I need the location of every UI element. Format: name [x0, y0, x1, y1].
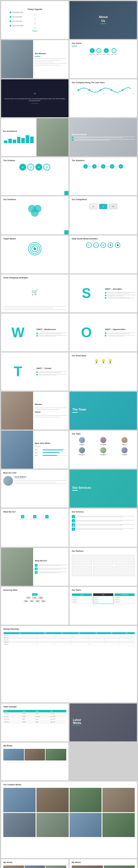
- row-line: [74, 136, 135, 137]
- row-line: [107, 292, 135, 293]
- slide-history: Our Company Along The Last Years 2010 20…: [70, 79, 137, 117]
- plan-basic-header: BASIC: [72, 593, 92, 596]
- cso-info: Sarah Williams Chief Strategy Officer: [14, 476, 66, 484]
- partner-logo-2: [93, 555, 113, 565]
- shopping-content: Smart Shopping Strategies 🛒: [1, 275, 68, 312]
- member-role-3: CTO: [114, 445, 135, 446]
- mv-photo: [1, 392, 33, 430]
- member-role-1: CEO: [72, 445, 92, 446]
- cell-date-2: Feb 2024: [50, 715, 66, 718]
- table-content: Table Example Name Value Status Date Ite…: [1, 704, 68, 741]
- service-line: [41, 519, 53, 519]
- partner-logo-5: [93, 566, 113, 576]
- slide-solutions2: Our Solutions: [1, 196, 68, 234]
- swot-o-content: SWOT – Opportunities: [103, 313, 137, 351]
- john-rows: Skill 1 Skill 2 Skill 3: [35, 449, 67, 457]
- my-works1-title: My Works: [3, 745, 66, 747]
- wk-task-5: Task Five: [4, 643, 36, 646]
- row-dot: [72, 137, 73, 138]
- swot-t-title: SWOT – Threats: [36, 367, 67, 369]
- row-line: [14, 480, 66, 481]
- swot-row: [36, 372, 67, 373]
- meet-john-title: Meet John White: [35, 442, 67, 444]
- wk-cell: ✓: [54, 643, 70, 646]
- problem-circles: 01 02 03 04: [3, 164, 66, 170]
- row-lines: [74, 136, 135, 138]
- cell-val-3: $890: [22, 718, 35, 720]
- ideas-icons: 💡 💡 💡: [72, 359, 135, 365]
- service-icon-2: ★: [33, 515, 36, 518]
- slide-what-we-do2: What We Do? ■ ■: [1, 548, 68, 586]
- slide-competitors: Our Competitors a! S B: [70, 196, 137, 234]
- quote-author: Conrad Hilton: [31, 102, 38, 104]
- circle-label-1: STEP ONE: [90, 54, 95, 55]
- wk-header-task: Task: [4, 632, 36, 634]
- social-icon-5: ◉: [115, 242, 120, 248]
- business-row: [72, 139, 135, 141]
- about-accent-bar: [100, 24, 106, 24]
- org-node-mgr4: Mgr: [41, 600, 46, 602]
- member-role-2: CFO: [93, 445, 113, 446]
- swot-t-letter: T: [1, 352, 35, 390]
- idea-2: 💡: [101, 359, 106, 365]
- text-line: [35, 63, 67, 64]
- wwd2-icon-1: ■: [35, 564, 38, 567]
- wk-cell: ✓: [105, 639, 119, 641]
- row-line: [39, 572, 61, 573]
- slide-latest-works: LatestWorks Our Portfolio: [70, 704, 137, 741]
- row-lines: [39, 335, 67, 337]
- row-line: [107, 293, 130, 293]
- wk-cell: ✓: [70, 641, 88, 643]
- logo-1: a!: [89, 204, 97, 209]
- wk-cell: [105, 634, 119, 637]
- row-line: [76, 520, 135, 521]
- table-title: Table Example: [3, 706, 66, 708]
- solutions-diagram: [3, 203, 66, 217]
- timeline-text-2: SECTION ONE: [12, 16, 22, 18]
- row-line: [76, 525, 123, 526]
- mission-content: Our Mission: [33, 40, 68, 78]
- plan-basic-item-3: Feature 3: [73, 601, 91, 603]
- latest-works-title: LatestWorks: [73, 718, 134, 724]
- idea-line: [108, 364, 113, 364]
- wk-cell: [36, 637, 54, 639]
- agenda-title: Today's Agenda: [27, 8, 42, 10]
- circle-3: 3: [104, 48, 109, 53]
- wwd2-content: What We Do? ■ ■: [33, 548, 68, 586]
- row-line: [3, 308, 54, 308]
- quote-text: "Success seems to be connected with acti…: [3, 98, 66, 102]
- svg-point-1: [89, 89, 90, 91]
- investment-split: Our Investment: [1, 118, 68, 156]
- solutions2-content: Our Solutions: [1, 196, 68, 234]
- vision-content: Our Vision 1 STEP ONE 2 STEP TWO 3 STEP …: [70, 40, 137, 78]
- john-content: Meet John White About Me Skill 1 Skill 2: [33, 431, 68, 469]
- logo-2: S: [99, 204, 107, 209]
- slide-swot-t: T SWOT – Threats: [1, 352, 68, 390]
- bar-chart: [3, 133, 35, 144]
- wk-cell: ✓: [70, 637, 88, 639]
- service-list-icon-4: ✦: [72, 527, 75, 531]
- row-lines: [107, 295, 135, 296]
- investment-photo: [36, 118, 68, 156]
- swot-w-content: SWOT – Weaknesses: [35, 313, 68, 351]
- circle-4: 4: [111, 48, 116, 53]
- target-svg: [28, 242, 42, 256]
- solutions-svg: [27, 203, 43, 217]
- mv-split: Mission Vision: [1, 392, 68, 430]
- svg-point-11: [33, 247, 36, 250]
- finish-label: FINISH: [32, 30, 38, 32]
- service-line: [17, 519, 28, 519]
- corner-accent: [64, 191, 68, 195]
- slide-about: About Us: [70, 1, 137, 39]
- what-we-do1-title: What We Do?: [3, 511, 66, 513]
- row-line: [35, 407, 67, 408]
- avatar-6: [122, 447, 128, 453]
- john-photo: [1, 431, 33, 469]
- ideas-title: Our Great Ideas: [72, 355, 135, 356]
- row-line: [107, 335, 135, 336]
- plan-basic-body: Feature 1 Feature 2 Feature 3: [72, 596, 92, 604]
- team-member-1: John Doe CEO: [72, 437, 92, 446]
- timeline-connector: [35, 22, 35, 25]
- circle-label-3: STEP THREE: [103, 54, 110, 55]
- plan-basic: BASIC Feature 1 Feature 2 Feature 3: [72, 593, 92, 604]
